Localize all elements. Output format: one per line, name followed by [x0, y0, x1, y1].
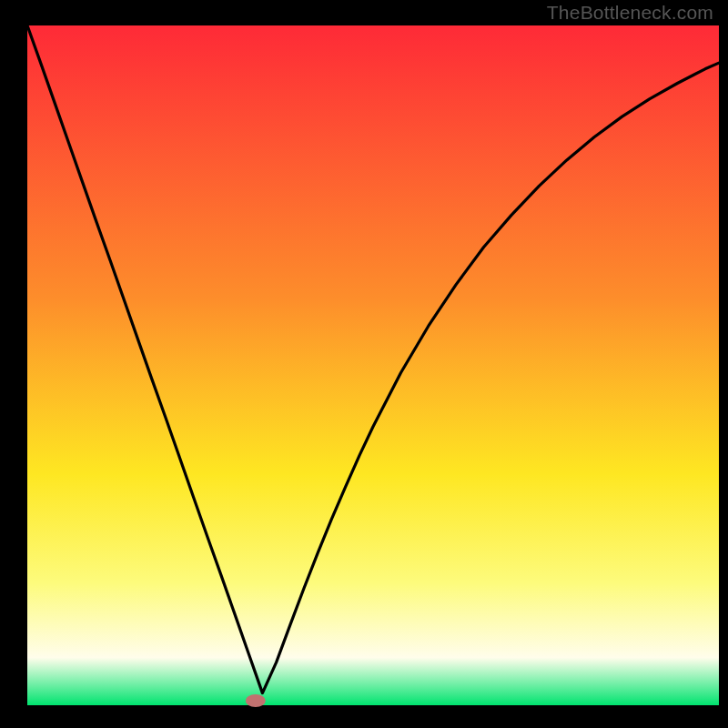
gradient-plot-area	[27, 25, 719, 705]
watermark-text: TheBottleneck.com	[547, 2, 713, 24]
bottleneck-curve-chart	[0, 0, 728, 728]
bottleneck-chart-container: TheBottleneck.com	[0, 0, 728, 728]
optimal-point-marker	[246, 694, 266, 707]
